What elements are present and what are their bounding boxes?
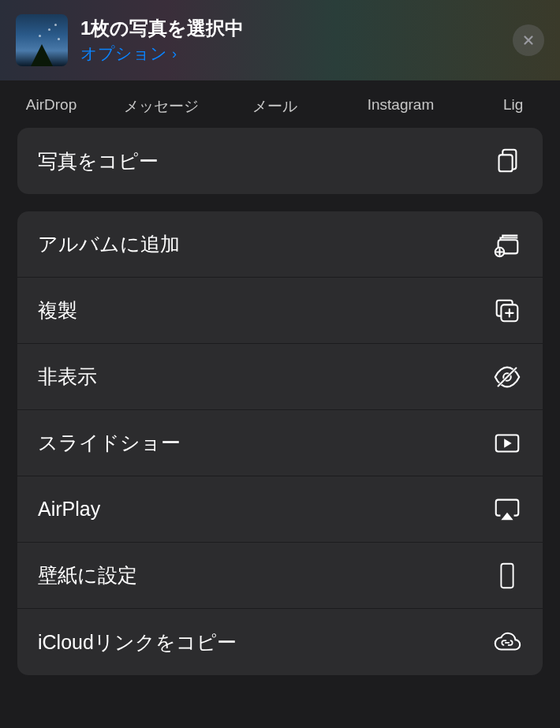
action-copy-photo[interactable]: 写真をコピー <box>17 128 543 194</box>
action-add-to-album[interactable]: アルバムに追加 <box>17 211 543 278</box>
album-add-icon <box>492 230 522 259</box>
action-label: AirPlay <box>38 498 100 521</box>
action-duplicate[interactable]: 複製 <box>17 278 543 344</box>
action-label: 壁紙に設定 <box>38 562 137 588</box>
action-slideshow[interactable]: スライドショー <box>17 410 543 476</box>
app-instagram[interactable]: Instagram <box>330 96 472 117</box>
chevron-right-icon: › <box>172 46 177 62</box>
action-label: 写真をコピー <box>38 148 159 174</box>
phone-icon <box>492 561 522 591</box>
options-link[interactable]: オプション › <box>80 43 505 65</box>
share-sheet-header: 1枚の写真を選択中 オプション › <box>0 0 560 80</box>
svg-rect-8 <box>501 563 513 587</box>
copy-icon <box>492 146 522 176</box>
action-group-2: アルバムに追加 複製 非表示 <box>17 211 543 675</box>
app-messages[interactable]: メッセージ <box>103 96 219 117</box>
action-label: スライドショー <box>38 430 181 456</box>
action-label: 非表示 <box>38 364 97 390</box>
close-button[interactable] <box>513 24 544 56</box>
close-icon <box>521 33 536 47</box>
page-title: 1枚の写真を選択中 <box>80 16 505 41</box>
airplay-icon <box>492 495 522 525</box>
action-label: アルバムに追加 <box>38 231 180 257</box>
header-text: 1枚の写真を選択中 オプション › <box>80 16 505 65</box>
actions-container: 写真をコピー アルバムに追加 複製 <box>0 128 560 675</box>
options-label: オプション <box>80 43 167 65</box>
action-hide[interactable]: 非表示 <box>17 344 543 410</box>
action-airplay[interactable]: AirPlay <box>17 476 543 543</box>
svg-line-6 <box>498 368 517 386</box>
photo-thumbnail <box>16 14 68 66</box>
share-apps-row[interactable]: AirDrop メッセージ メール Instagram Lig <box>0 80 560 128</box>
eye-slash-icon <box>492 362 522 392</box>
app-lightroom[interactable]: Lig <box>472 96 560 117</box>
play-rect-icon <box>492 428 522 458</box>
duplicate-icon <box>492 296 522 326</box>
svg-rect-0 <box>499 155 513 171</box>
action-label: iCloudリンクをコピー <box>38 629 237 655</box>
action-set-wallpaper[interactable]: 壁紙に設定 <box>17 543 543 609</box>
cloud-link-icon <box>492 627 522 657</box>
action-group-1: 写真をコピー <box>17 128 543 194</box>
action-icloud-link[interactable]: iCloudリンクをコピー <box>17 609 543 675</box>
app-mail[interactable]: メール <box>219 96 330 117</box>
app-airdrop[interactable]: AirDrop <box>0 96 103 117</box>
action-label: 複製 <box>38 297 77 323</box>
